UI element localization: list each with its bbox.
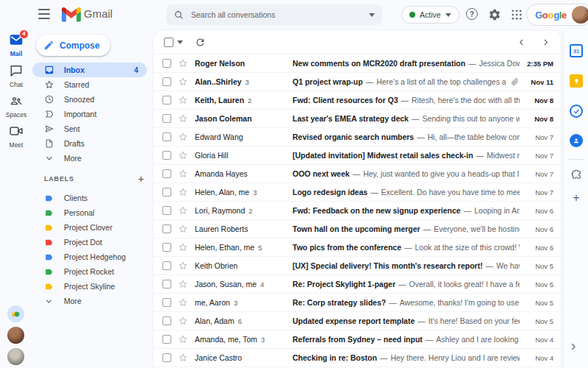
email-date: Nov 11 [520,78,553,86]
select-options-caret-icon[interactable] [177,40,183,44]
row-checkbox[interactable] [162,188,171,197]
email-row[interactable]: Jason, Susan, me 4 Re: Project Skylight … [154,275,561,294]
row-checkbox[interactable] [162,261,171,270]
email-row[interactable]: Keith Obrien [UX] Special delivery! This… [154,257,561,275]
calendar-icon[interactable]: 31 [570,44,583,57]
star-icon[interactable] [178,169,188,179]
status-selector[interactable]: Active [401,6,459,24]
email-row[interactable]: Edward Wang Revised organic search numbe… [154,128,561,146]
row-checkbox[interactable] [162,96,171,105]
star-icon[interactable] [178,316,188,326]
email-row[interactable]: Helen, Ethan, me 5 Two pics from the con… [154,238,561,257]
contacts-icon[interactable] [570,134,583,147]
email-row[interactable]: Jason Coleman Last year's EMEA strategy … [154,110,561,128]
row-checkbox[interactable] [162,243,171,252]
search-options-caret-icon[interactable] [369,13,375,17]
search-bar[interactable] [166,4,382,25]
user-avatar[interactable] [572,6,588,24]
tasks-icon[interactable] [570,105,583,118]
label-item-project-dot[interactable]: Project Dot [32,235,147,250]
conversation-avatar-2[interactable] [7,348,24,365]
email-row[interactable]: Alan..Shirley 3 Q1 project wrap-up—Here'… [154,73,561,91]
panel-expand-chevron-icon[interactable] [568,342,578,352]
label-item-project-hedgehog[interactable]: Project Hedgehog [32,250,147,264]
newer-page-chevron-icon[interactable] [517,38,526,47]
row-checkbox[interactable] [162,132,171,141]
label-item-clients[interactable]: Clients [32,191,147,205]
sidebar-item-snoozed[interactable]: Snoozed [32,92,147,107]
keep-icon[interactable] [570,74,583,88]
row-checkbox[interactable] [162,335,171,344]
conversation-avatar-1[interactable] [7,327,24,344]
rail-item-spaces[interactable]: Spaces [0,93,32,118]
labels-more[interactable]: More [32,294,147,308]
label-item-project-clover[interactable]: Project Clover [32,220,147,235]
row-checkbox[interactable] [162,206,171,215]
email-row[interactable]: Keith, Lauren 2 Fwd: Client resources fo… [154,91,561,110]
older-page-chevron-icon[interactable] [541,38,551,47]
row-checkbox[interactable] [162,151,171,160]
email-row[interactable]: Helen, Alan, me 3 Logo redesign ideas—Ex… [154,183,561,202]
important-icon [44,109,54,119]
row-checkbox[interactable] [162,77,171,86]
label-item-project-rocket[interactable]: Project Rocket [32,264,147,279]
star-icon[interactable] [178,95,188,105]
settings-button[interactable] [488,8,501,21]
row-checkbox[interactable] [162,224,171,233]
row-checkbox[interactable] [162,114,171,123]
rail-item-mail[interactable]: 4 Mail [0,32,32,57]
star-icon[interactable] [178,132,188,142]
help-button[interactable]: ? [466,8,479,21]
star-icon[interactable] [178,187,188,197]
star-icon[interactable] [178,279,188,289]
email-row[interactable]: Lauren Roberts Town hall on the upcoming… [154,220,561,238]
label-item-personal[interactable]: Personal [32,205,147,220]
row-checkbox[interactable] [162,59,171,68]
sidebar-item-important[interactable]: Important [32,107,147,121]
star-icon[interactable] [178,242,188,252]
search-input[interactable] [190,10,369,20]
star-icon[interactable] [178,77,188,87]
label-item-project-skyline[interactable]: Project Skyline [32,279,147,294]
sidebar-item-more[interactable]: More [32,151,147,166]
select-all-checkbox[interactable] [164,38,173,47]
rail-item-meet[interactable]: Meet [0,124,32,149]
star-icon[interactable] [178,150,188,160]
email-row[interactable]: Amanda Hayes OOO next week—Hey, just wan… [154,165,561,183]
row-checkbox[interactable] [162,169,171,178]
conversation-avatar-sticker[interactable] [7,305,24,322]
add-label-button[interactable]: + [138,174,144,184]
email-row[interactable]: Gloria Hill [Updated invitation] Midwest… [154,146,561,165]
star-icon[interactable] [178,205,188,216]
star-icon[interactable] [178,113,188,124]
row-checkbox[interactable] [162,298,171,307]
email-row[interactable]: Alan, Adam 6 Updated expense report temp… [154,312,561,330]
get-addons-icon[interactable] [570,168,583,181]
sidebar-item-drafts[interactable]: Drafts [32,136,147,151]
row-checkbox[interactable] [162,353,171,362]
star-icon[interactable] [178,224,188,234]
row-checkbox[interactable] [162,280,171,289]
star-icon[interactable] [178,261,188,271]
email-row[interactable]: Lori, Raymond 2 Fwd: Feedback on the new… [154,202,561,220]
email-row[interactable]: Roger Nelson New comments on MCR2020 dra… [154,54,561,73]
apps-launcher-button[interactable] [510,8,523,21]
star-icon[interactable] [178,58,188,68]
sidebar-item-starred[interactable]: Starred [32,77,147,92]
main-menu-icon[interactable] [38,9,50,19]
email-row[interactable]: Amanda, me, Tom 3 Referrals from Sydney … [154,330,561,349]
sidebar-item-inbox[interactable]: Inbox 4 [32,63,147,77]
compose-button[interactable]: Compose [36,35,110,56]
refresh-icon[interactable] [195,37,206,48]
email-row[interactable]: me, Aaron 3 Re: Corp strategy slides?—Aw… [154,294,561,312]
star-icon[interactable] [178,353,188,363]
row-checkbox[interactable] [162,316,171,325]
panel-add-icon[interactable]: + [570,191,583,205]
meet-icon [9,124,24,138]
sidebar-item-sent[interactable]: Sent [32,121,147,136]
star-icon[interactable] [178,334,188,344]
account-chip[interactable]: Google [526,4,588,26]
rail-item-chat[interactable]: Chat [0,63,32,88]
star-icon[interactable] [178,297,188,308]
email-row[interactable]: Janice Castro Checking in re: Boston—Hey… [154,349,561,367]
